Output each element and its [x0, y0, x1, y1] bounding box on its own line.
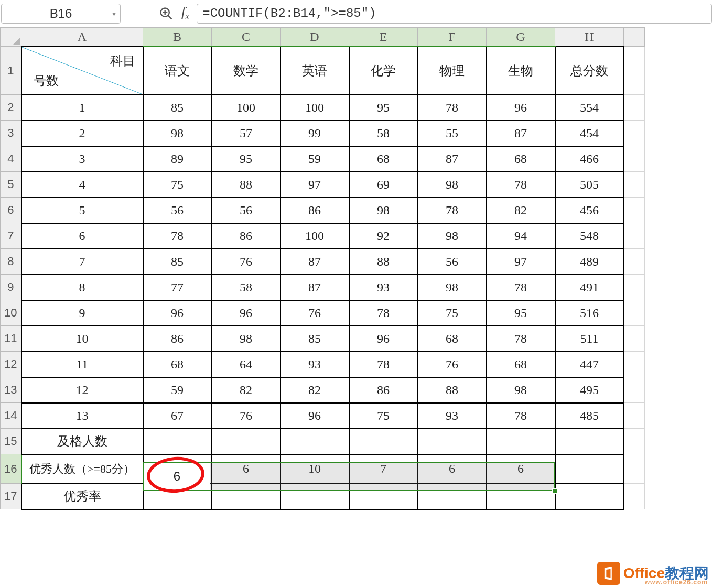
score-cell[interactable]: 86	[212, 223, 281, 249]
num-cell[interactable]: 2	[21, 121, 143, 146]
empty-cell[interactable]	[212, 484, 281, 509]
row-header-13[interactable]: 13	[1, 377, 21, 403]
score-cell[interactable]: 98	[212, 326, 281, 352]
score-cell[interactable]: 85	[143, 95, 212, 121]
score-cell[interactable]: 68	[143, 352, 212, 377]
score-cell[interactable]: 86	[349, 377, 418, 403]
empty-cell[interactable]	[418, 484, 487, 509]
row-header-16[interactable]: 16	[1, 454, 21, 484]
score-cell[interactable]: 97	[487, 249, 555, 275]
score-cell[interactable]: 78	[487, 403, 555, 429]
excellent-D[interactable]: 10	[281, 454, 349, 484]
empty-cell[interactable]	[624, 352, 645, 377]
score-cell[interactable]: 454	[555, 121, 624, 146]
score-cell[interactable]: 75	[418, 300, 487, 326]
score-cell[interactable]: 78	[487, 275, 555, 300]
excellent-label-cell[interactable]: 优秀人数（>=85分）	[21, 454, 143, 484]
empty-cell[interactable]	[281, 429, 349, 454]
score-cell[interactable]: 96	[212, 300, 281, 326]
score-cell[interactable]: 68	[487, 352, 555, 377]
col-header-G[interactable]: G	[487, 28, 555, 47]
empty-cell[interactable]	[624, 146, 645, 172]
col-header-D[interactable]: D	[281, 28, 349, 47]
score-cell[interactable]: 76	[212, 403, 281, 429]
num-cell[interactable]: 3	[21, 146, 143, 172]
score-cell[interactable]: 68	[487, 146, 555, 172]
chevron-down-icon[interactable]: ▾	[112, 9, 116, 18]
score-cell[interactable]: 100	[281, 223, 349, 249]
col-header-H[interactable]: H	[555, 28, 624, 47]
score-cell[interactable]: 82	[281, 377, 349, 403]
col-header-E[interactable]: E	[349, 28, 418, 47]
score-cell[interactable]: 485	[555, 403, 624, 429]
score-cell[interactable]: 75	[143, 172, 212, 198]
empty-cell[interactable]	[624, 377, 645, 403]
score-cell[interactable]: 93	[349, 275, 418, 300]
score-cell[interactable]: 98	[487, 377, 555, 403]
score-cell[interactable]: 98	[143, 121, 212, 146]
score-cell[interactable]: 76	[212, 249, 281, 275]
score-cell[interactable]: 86	[143, 326, 212, 352]
row-header-11[interactable]: 11	[1, 326, 21, 352]
empty-cell[interactable]	[624, 454, 645, 484]
col-header-F[interactable]: F	[418, 28, 487, 47]
score-cell[interactable]: 78	[418, 198, 487, 223]
subject-header[interactable]: 总分数	[555, 47, 624, 95]
score-cell[interactable]: 56	[212, 198, 281, 223]
diag-header-cell[interactable]: 科目 号数	[21, 47, 143, 95]
score-cell[interactable]: 57	[212, 121, 281, 146]
score-cell[interactable]: 85	[281, 326, 349, 352]
empty-cell[interactable]	[624, 198, 645, 223]
score-cell[interactable]: 98	[418, 275, 487, 300]
score-cell[interactable]: 98	[418, 223, 487, 249]
row-header-5[interactable]: 5	[1, 172, 21, 198]
score-cell[interactable]: 87	[281, 249, 349, 275]
empty-cell[interactable]	[624, 223, 645, 249]
num-cell[interactable]: 6	[21, 223, 143, 249]
empty-cell[interactable]	[555, 429, 624, 454]
row-header-8[interactable]: 8	[1, 249, 21, 275]
score-cell[interactable]: 86	[281, 198, 349, 223]
excellent-F[interactable]: 6	[418, 454, 487, 484]
score-cell[interactable]: 76	[281, 300, 349, 326]
empty-cell[interactable]	[624, 249, 645, 275]
score-cell[interactable]: 87	[418, 146, 487, 172]
score-cell[interactable]: 88	[349, 249, 418, 275]
score-cell[interactable]: 94	[487, 223, 555, 249]
empty-cell[interactable]	[143, 484, 212, 509]
num-cell[interactable]: 13	[21, 403, 143, 429]
score-cell[interactable]: 78	[349, 300, 418, 326]
row-header-2[interactable]: 2	[1, 95, 21, 121]
subject-header[interactable]: 语文	[143, 47, 212, 95]
score-cell[interactable]: 58	[212, 275, 281, 300]
score-cell[interactable]: 96	[143, 300, 212, 326]
score-cell[interactable]: 87	[487, 121, 555, 146]
score-cell[interactable]: 58	[349, 121, 418, 146]
score-cell[interactable]: 97	[281, 172, 349, 198]
empty-cell[interactable]	[624, 47, 645, 95]
score-cell[interactable]: 495	[555, 377, 624, 403]
row-header-9[interactable]: 9	[1, 275, 21, 300]
empty-cell[interactable]	[624, 403, 645, 429]
empty-cell[interactable]	[212, 429, 281, 454]
pass-label-cell[interactable]: 及格人数	[21, 429, 143, 454]
score-cell[interactable]: 100	[212, 95, 281, 121]
score-cell[interactable]: 466	[555, 146, 624, 172]
score-cell[interactable]: 56	[418, 249, 487, 275]
score-cell[interactable]: 88	[418, 377, 487, 403]
score-cell[interactable]: 75	[349, 403, 418, 429]
score-cell[interactable]: 447	[555, 352, 624, 377]
num-cell[interactable]: 12	[21, 377, 143, 403]
empty-cell[interactable]	[624, 484, 645, 509]
num-cell[interactable]: 1	[21, 95, 143, 121]
empty-cell[interactable]	[555, 454, 624, 484]
empty-cell[interactable]	[349, 484, 418, 509]
col-header-C[interactable]: C	[212, 28, 281, 47]
score-cell[interactable]: 98	[418, 172, 487, 198]
rate-label-cell[interactable]: 优秀率	[21, 484, 143, 509]
score-cell[interactable]: 491	[555, 275, 624, 300]
score-cell[interactable]: 511	[555, 326, 624, 352]
score-cell[interactable]: 87	[281, 275, 349, 300]
score-cell[interactable]: 76	[418, 352, 487, 377]
score-cell[interactable]: 78	[349, 352, 418, 377]
